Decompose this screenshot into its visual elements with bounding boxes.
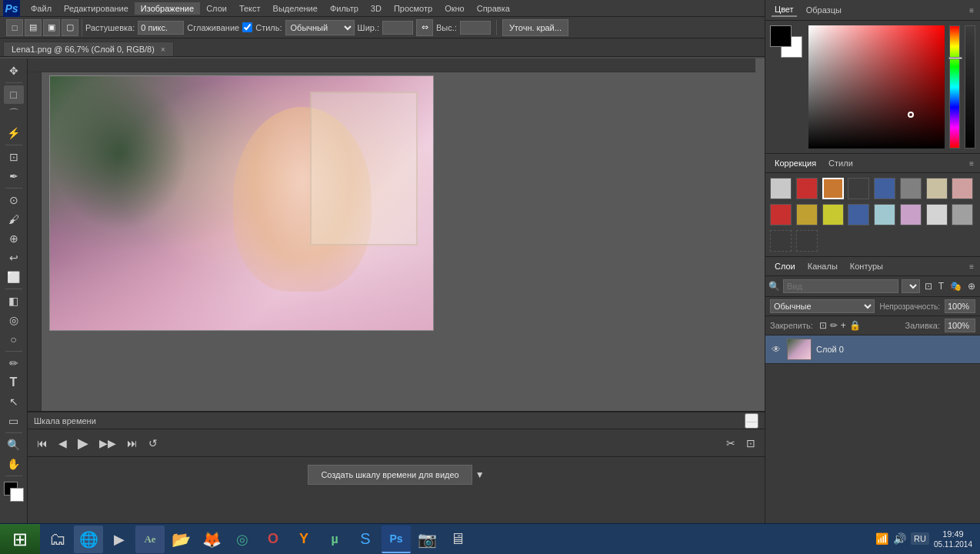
layers-toolbar-icon2[interactable]: T <box>937 281 945 292</box>
taskbar-yandex[interactable]: Y <box>289 526 318 553</box>
taskbar-other[interactable]: 🖥 <box>443 526 472 553</box>
taskbar-clock[interactable]: 19:49 05.11.2014 <box>934 529 972 549</box>
corr-grad[interactable] <box>874 204 895 225</box>
taskbar-media[interactable]: ▶ <box>105 526 134 553</box>
tab-swatches[interactable]: Образцы <box>803 4 845 16</box>
menu-3d[interactable]: 3D <box>365 2 388 15</box>
layers-toolbar-icon3[interactable]: 🎭 <box>948 281 963 292</box>
menu-image[interactable]: Изображение <box>135 2 200 15</box>
lock-pixels-btn[interactable]: ⊡ <box>819 320 827 331</box>
type-tool[interactable]: T <box>4 373 24 392</box>
taskbar-ae[interactable]: Ae <box>135 526 165 553</box>
feather-input[interactable] <box>138 21 184 35</box>
layers-toolbar-icon1[interactable]: ⊡ <box>923 281 934 292</box>
tab-paths[interactable]: Контуры <box>847 260 886 272</box>
taskbar-opera[interactable]: O <box>258 526 288 553</box>
lock-all-btn[interactable]: 🔒 <box>849 320 861 331</box>
corr-panel-menu[interactable]: ≡ <box>969 159 974 168</box>
tl-play[interactable]: ▶ <box>75 433 92 453</box>
hue-slider[interactable] <box>949 25 960 149</box>
width-input[interactable] <box>382 21 413 35</box>
tray-volume-icon[interactable]: 🔊 <box>893 532 906 545</box>
blur-tool[interactable]: ◎ <box>4 311 24 329</box>
menu-select[interactable]: Выделение <box>267 2 324 15</box>
pen-tool[interactable]: ✏ <box>4 354 24 372</box>
lock-brush-btn[interactable]: ✏ <box>830 320 838 331</box>
shape-tool[interactable]: ▭ <box>4 412 24 430</box>
corr-blackwhite[interactable] <box>952 178 973 199</box>
add-selection-btn[interactable]: ▤ <box>25 19 42 36</box>
tab-styles[interactable]: Стили <box>825 157 856 169</box>
blend-mode-select[interactable]: Обычные <box>770 299 875 313</box>
intersect-selection-btn[interactable]: ▢ <box>62 19 78 36</box>
menu-help[interactable]: Справка <box>471 2 516 15</box>
taskbar-ps[interactable]: Ps <box>382 526 411 553</box>
background-color[interactable] <box>10 488 24 502</box>
tab-channels[interactable]: Каналы <box>805 260 841 272</box>
color-picker-handle[interactable] <box>908 112 914 118</box>
height-input[interactable] <box>460 21 491 35</box>
corr-channel[interactable] <box>796 204 818 225</box>
eraser-tool[interactable]: ⬜ <box>4 268 24 286</box>
spot-heal-tool[interactable]: ⊙ <box>4 191 24 209</box>
style-select[interactable]: Обычный <box>285 20 355 35</box>
tl-go-end[interactable]: ⏭ <box>124 436 141 451</box>
alpha-slider[interactable] <box>965 25 975 149</box>
taskbar-firefox[interactable]: 🦊 <box>197 526 226 553</box>
taskbar-explorer[interactable]: 🗂 <box>43 526 72 553</box>
lasso-tool[interactable]: ⌒ <box>4 105 24 123</box>
doc-tab-lena[interactable]: Lena1.png @ 66,7% (Слой 0, RGB/8) × <box>3 42 174 56</box>
hand-tool[interactable]: ✋ <box>4 455 24 473</box>
subtract-selection-btn[interactable]: ▣ <box>43 19 60 36</box>
corr-mapcolor[interactable] <box>900 204 922 225</box>
tl-prev-frame[interactable]: ◀ <box>55 436 70 451</box>
layer-visibility-btn-0[interactable]: 👁 <box>770 344 782 355</box>
corr-levels[interactable] <box>822 178 844 199</box>
corr-photo[interactable] <box>770 204 792 225</box>
history-tool[interactable]: ↩ <box>4 249 24 267</box>
menu-view[interactable]: Просмотр <box>388 2 438 15</box>
layer-type-select[interactable] <box>902 279 920 293</box>
taskbar-filezilla[interactable]: 📂 <box>166 526 195 553</box>
menu-text[interactable]: Текст <box>233 2 267 15</box>
menu-edit[interactable]: Редактирование <box>58 2 135 15</box>
path-select-tool[interactable]: ↖ <box>4 392 24 411</box>
move-tool[interactable]: ✥ <box>4 62 24 80</box>
rect-select-tool[interactable]: □ <box>4 85 24 104</box>
smooth-checkbox[interactable] <box>242 22 252 32</box>
menu-layer[interactable]: Слои <box>200 2 233 15</box>
corr-vibrance[interactable] <box>900 178 922 199</box>
create-timeline-arrow-btn[interactable]: ▼ <box>475 469 485 480</box>
menu-filter[interactable]: Фильтр <box>324 2 365 15</box>
corr-brightness[interactable] <box>770 178 792 199</box>
tl-next-frame[interactable]: ▶▶ <box>96 436 119 451</box>
taskbar-chrome[interactable]: ◎ <box>228 526 257 553</box>
taskbar-camera[interactable]: 📷 <box>412 526 442 553</box>
corr-poster[interactable] <box>952 204 973 225</box>
eyedropper-tool[interactable]: ✒ <box>4 167 24 185</box>
tl-scissors[interactable]: ✂ <box>723 436 738 451</box>
dodge-tool[interactable]: ○ <box>4 330 24 349</box>
magic-wand-tool[interactable]: ⚡ <box>4 124 24 142</box>
taskbar-utorrent[interactable]: µ <box>320 526 349 553</box>
layers-toolbar-icon4[interactable]: ⊕ <box>966 281 977 292</box>
tl-convert[interactable]: ⊡ <box>743 436 758 451</box>
tl-loop[interactable]: ↺ <box>145 436 161 451</box>
lock-position-btn[interactable]: + <box>841 320 846 331</box>
new-selection-btn[interactable]: □ <box>6 19 23 36</box>
corr-photofilter[interactable] <box>926 178 948 199</box>
corr-empty1[interactable] <box>770 230 792 252</box>
tab-layers[interactable]: Слои <box>772 260 798 272</box>
color-panel-menu[interactable]: ≡ <box>969 6 974 15</box>
gradient-tool[interactable]: ◧ <box>4 292 24 310</box>
close-tab-btn[interactable]: × <box>161 45 165 54</box>
taskbar-skype[interactable]: S <box>351 526 380 553</box>
clone-tool[interactable]: ⊕ <box>4 229 24 248</box>
canvas-image[interactable] <box>49 75 434 331</box>
corr-empty2[interactable] <box>796 230 818 252</box>
tl-go-start[interactable]: ⏮ <box>34 436 51 451</box>
menu-window[interactable]: Окно <box>438 2 471 15</box>
fill-input[interactable] <box>945 319 975 332</box>
corr-comp[interactable] <box>848 204 869 225</box>
corr-hue[interactable] <box>848 178 869 199</box>
